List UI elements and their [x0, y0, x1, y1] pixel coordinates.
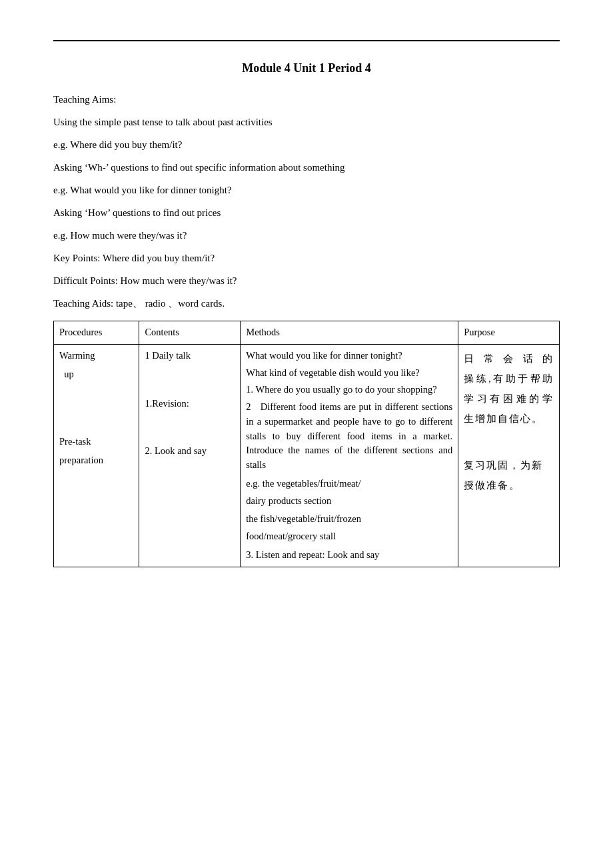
key-points: Key Points: Where did you buy them/it?	[53, 250, 560, 266]
cell-procedures: Warming up Pre-task preparation	[54, 344, 139, 567]
aim2: Asking ‘Wh-’ questions to find out speci…	[53, 159, 560, 175]
teaching-aids: Teaching Aids: tape、 radio 、word cards.	[53, 295, 560, 311]
header-methods: Methods	[241, 321, 458, 345]
table-row: Warming up Pre-task preparation 1 Daily …	[54, 344, 560, 567]
difficult-points: Difficult Points: How much were they/was…	[53, 273, 560, 289]
page-title: Module 4 Unit 1 Period 4	[53, 61, 560, 75]
header-purpose: Purpose	[458, 321, 560, 345]
aim1-eg: e.g. Where did you buy them/it?	[53, 137, 560, 153]
top-border	[53, 40, 560, 41]
cell-purpose: 日 常 会 话 的操练,有助于帮助学习有困难的学生增加自信心。 复习巩固，为新授…	[458, 344, 560, 567]
header-procedures: Procedures	[54, 321, 139, 345]
aim3-eg: e.g. How much were they/was it?	[53, 227, 560, 243]
main-table: Procedures Contents Methods Purpose Warm…	[53, 321, 560, 567]
aim2-eg: e.g. What would you like for dinner toni…	[53, 182, 560, 198]
aim1: Using the simple past tense to talk abou…	[53, 114, 560, 130]
cell-methods: What would you like for dinner tonight? …	[241, 344, 458, 567]
teaching-aims-label: Teaching Aims:	[53, 91, 560, 107]
cell-contents: 1 Daily talk 1.Revision: 2. Look and say	[139, 344, 241, 567]
header-contents: Contents	[139, 321, 241, 345]
page: Module 4 Unit 1 Period 4 Teaching Aims: …	[0, 0, 613, 868]
aim3: Asking ‘How’ questions to find out price…	[53, 205, 560, 221]
